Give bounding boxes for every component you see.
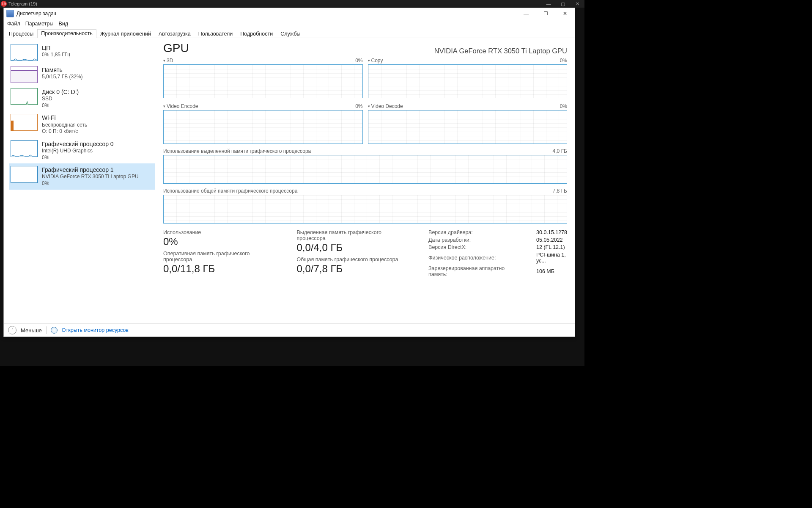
tab-strip: Процессы Производительность Журнал прило…: [4, 28, 575, 38]
graph-copy-percent: 0%: [560, 58, 567, 64]
telegram-badge-icon: 19: [1, 1, 7, 7]
bg-maximize-button[interactable]: ▢: [556, 0, 570, 8]
gpu-info-table: Версия драйвера: 30.0.15.1278 Дата разра…: [428, 229, 567, 277]
sidebar-item-cpu[interactable]: ЦП 0% 1,85 ГГц: [9, 41, 155, 64]
info-location-key: Физическое расположение:: [428, 255, 524, 261]
info-directx-val: 12 (FL 12.1): [536, 244, 567, 250]
graph-3d[interactable]: [163, 64, 363, 98]
sidebar-item-subtext: Intel(R) UHD Graphics: [42, 148, 114, 155]
sidebar-item-subtext2: 0%: [42, 180, 139, 187]
background-window-controls: — ▢ ✕: [541, 0, 584, 8]
tab-users[interactable]: Пользователи: [195, 30, 237, 38]
task-manager-icon: [6, 10, 14, 17]
info-directx-key: Версия DirectX:: [428, 244, 524, 250]
sidebar-item-label: Диск 0 (C: D:): [42, 88, 79, 96]
sidebar-item-subtext2: О: 0 П: 0 кбит/с: [42, 128, 87, 135]
window-title: Диспетчер задач: [16, 11, 56, 17]
resource-monitor-icon: [51, 327, 58, 334]
sidebar-item-subtext: NVIDIA GeForce RTX 3050 Ti Laptop GPU: [42, 174, 139, 180]
info-reserved-key: Зарезервированная аппаратно память:: [428, 265, 524, 277]
info-location-val: PCI-шина 1, ус...: [536, 252, 567, 264]
minimize-button[interactable]: —: [516, 8, 536, 19]
close-button[interactable]: ✕: [555, 8, 575, 19]
open-resource-monitor-link[interactable]: Открыть монитор ресурсов: [62, 327, 129, 333]
graph-video-decode[interactable]: [368, 110, 568, 144]
graph-video-encode[interactable]: [163, 110, 363, 144]
info-driver-date-key: Дата разработки:: [428, 237, 524, 243]
shared-mem-graph-label: Использование общей памяти графического …: [163, 188, 297, 194]
info-reserved-val: 106 МБ: [536, 268, 567, 274]
tab-services[interactable]: Службы: [277, 30, 304, 38]
page-title: GPU: [163, 41, 189, 55]
tab-app-history[interactable]: Журнал приложений: [96, 30, 155, 38]
graph-copy-label[interactable]: Copy: [371, 58, 383, 64]
dedicated-mem-graph-max: 4,0 ГБ: [553, 148, 567, 154]
sidebar-item-label: ЦП: [42, 44, 70, 52]
sidebar-item-gpu0[interactable]: Графический процессор 0 Intel(R) UHD Gra…: [9, 138, 155, 163]
background-window-title: Telegram (19): [8, 0, 37, 8]
sidebar-item-label: Wi-Fi: [42, 114, 87, 121]
gpu0-sparkline-icon: [11, 140, 38, 157]
bg-close-button[interactable]: ✕: [570, 0, 584, 8]
chevron-down-icon[interactable]: ▾: [163, 104, 165, 108]
performance-main-panel: GPU NVIDIA GeForce RTX 3050 Ti Laptop GP…: [155, 38, 575, 323]
chevron-down-icon[interactable]: ▾: [163, 58, 165, 63]
sidebar-item-disk0[interactable]: Диск 0 (C: D:) SSD 0%: [9, 86, 155, 111]
fewer-details-button[interactable]: Меньше: [21, 327, 42, 334]
menu-options[interactable]: Параметры: [25, 19, 54, 28]
fewer-details-icon[interactable]: ˄: [8, 326, 16, 334]
graph-shared-memory[interactable]: [163, 195, 567, 224]
menu-file[interactable]: Файл: [7, 19, 20, 28]
stat-shared-label: Общая память графического процессора: [296, 257, 403, 262]
sidebar-item-label: Графический процессор 1: [42, 166, 139, 174]
sidebar-item-subtext: Беспроводная сеть: [42, 122, 87, 129]
info-driver-version-val: 30.0.15.1278: [536, 229, 567, 235]
sidebar-item-subtext2: 0%: [42, 102, 79, 109]
graph-video-encode-label[interactable]: Video Encode: [167, 103, 198, 109]
stat-usage-label: Использование: [163, 229, 271, 235]
menu-view[interactable]: Вид: [58, 19, 68, 28]
wifi-sparkline-icon: [11, 114, 38, 131]
cpu-sparkline-icon: [11, 44, 38, 61]
disk-sparkline-icon: [11, 88, 38, 105]
stat-gpuram-value: 0,0/11,8 ГБ: [163, 263, 271, 275]
graph-dedicated-memory[interactable]: [163, 155, 567, 184]
graph-video-encode-percent: 0%: [355, 103, 362, 109]
tab-processes[interactable]: Процессы: [5, 30, 37, 38]
shared-mem-graph-max: 7,8 ГБ: [553, 188, 567, 194]
sidebar-item-subtext: SSD: [42, 96, 79, 102]
bg-minimize-button[interactable]: —: [541, 0, 556, 8]
info-driver-version-key: Версия драйвера:: [428, 229, 524, 235]
tab-startup[interactable]: Автозагрузка: [155, 30, 195, 38]
menu-bar: Файл Параметры Вид: [4, 19, 575, 28]
stat-gpuram-label: Оперативная память графического процессо…: [163, 251, 271, 262]
graph-video-decode-percent: 0%: [560, 103, 567, 109]
task-manager-window: Диспетчер задач — ☐ ✕ Файл Параметры Вид…: [3, 8, 575, 337]
graph-video-decode-label[interactable]: Video Decode: [371, 103, 403, 109]
sidebar-item-gpu1[interactable]: Графический процессор 1 NVIDIA GeForce R…: [9, 163, 155, 189]
stat-dedicated-value: 0,0/4,0 ГБ: [296, 242, 403, 254]
chevron-down-icon[interactable]: ▾: [368, 104, 370, 108]
maximize-button[interactable]: ☐: [536, 8, 555, 19]
background-window-titlebar: 19 Telegram (19) — ▢ ✕: [0, 0, 584, 8]
sidebar-item-memory[interactable]: Память 5,0/15,7 ГБ (32%): [9, 64, 155, 86]
graph-3d-percent: 0%: [355, 58, 362, 64]
divider: [46, 326, 47, 334]
tab-details[interactable]: Подробности: [236, 30, 277, 38]
window-titlebar[interactable]: Диспетчер задач — ☐ ✕: [4, 8, 575, 19]
performance-sidebar: ЦП 0% 1,85 ГГц Память 5,0/15,7 ГБ (32%): [4, 38, 155, 323]
window-footer: ˄ Меньше Открыть монитор ресурсов: [4, 323, 575, 337]
sidebar-item-label: Графический процессор 0: [42, 140, 114, 148]
chevron-down-icon[interactable]: ▾: [368, 58, 370, 63]
graph-copy[interactable]: [368, 64, 568, 98]
tab-performance[interactable]: Производительность: [37, 29, 96, 38]
stat-dedicated-label: Выделенная память графического процессор…: [296, 229, 403, 241]
sidebar-item-wifi[interactable]: Wi-Fi Беспроводная сеть О: 0 П: 0 кбит/с: [9, 111, 155, 137]
sidebar-item-subtext: 0% 1,85 ГГц: [42, 52, 70, 58]
stat-shared-value: 0,0/7,8 ГБ: [296, 263, 403, 275]
sidebar-item-subtext: 5,0/15,7 ГБ (32%): [42, 74, 82, 80]
stat-usage-value: 0%: [163, 236, 271, 248]
graph-3d-label[interactable]: 3D: [167, 58, 173, 64]
gpu1-sparkline-icon: [11, 166, 38, 183]
info-driver-date-val: 05.05.2022: [536, 237, 567, 243]
